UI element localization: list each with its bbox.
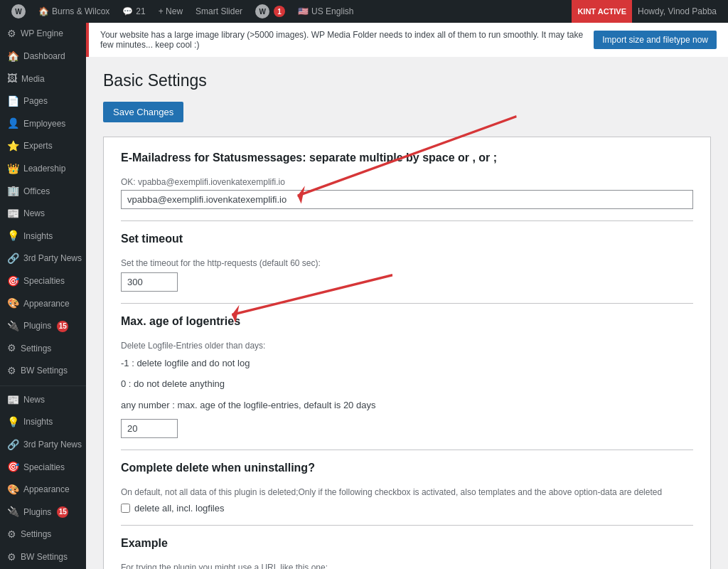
timeout-hint: Set the timeout for the http-requests (d… — [121, 258, 693, 268]
delete-checkbox-label: delete all, incl. logfiles — [134, 503, 224, 514]
divider-1 — [121, 220, 693, 221]
sidebar-item-plugins[interactable]: 🔌 Plugins 15 — [0, 315, 86, 338]
leadership-icon: 👑 — [7, 162, 19, 176]
plugins2-icon: 🔌 — [7, 505, 19, 519]
sidebar-item-settings2[interactable]: ⚙ Settings — [0, 523, 86, 546]
experts-icon: ⭐ — [7, 139, 19, 154]
sidebar-divider-1 — [0, 385, 86, 386]
notice-bar: Your website has a large image library (… — [86, 23, 728, 57]
wpe-icon: ⚙ — [7, 27, 16, 41]
sidebar-item-settings2-label: Settings — [21, 528, 51, 541]
appearance-icon: 🎨 — [7, 297, 19, 311]
smart-slider-item[interactable]: Smart Slider — [190, 0, 248, 23]
import-button[interactable]: Import size and filetype now — [594, 31, 717, 49]
sidebar-item-offices[interactable]: 🏢 Offices — [0, 180, 86, 203]
sidebar-item-wpe[interactable]: ⚙ WP Engine — [0, 23, 86, 46]
sidebar-item-dashboard[interactable]: 🏠 Dashboard — [0, 46, 86, 68]
wp-icon: W — [255, 4, 269, 18]
sidebar-item-insights2-label: Insights — [23, 416, 53, 428]
sidebar-item-news2[interactable]: 📰 News — [0, 389, 86, 412]
sidebar-item-plugins2-label: Plugins — [23, 506, 51, 519]
maxage-section: Max. age of logentries Delete Logfile-En… — [121, 315, 693, 438]
sidebar-item-media[interactable]: 🖼 Media — [0, 68, 86, 90]
sidebar-item-bwsettings2[interactable]: ⚙ BW Settings — [0, 546, 86, 569]
maxage-desc3: any number : max. age of the logfile-ent… — [121, 397, 693, 413]
maxage-input[interactable] — [121, 419, 178, 438]
maxage-hint: Delete Logfile-Entries older than days: — [121, 341, 693, 351]
specialties-icon: 🎯 — [7, 275, 19, 289]
sidebar-item-pages[interactable]: 📄 Pages — [0, 90, 86, 113]
sidebar-item-insights2[interactable]: 💡 Insights — [0, 411, 86, 434]
maxage-desc1: -1 : delete logfile and do not log — [121, 355, 693, 371]
delete-checkbox[interactable] — [121, 504, 130, 513]
sidebar-item-appearance[interactable]: 🎨 Appearance — [0, 292, 86, 315]
3rdparty2-icon: 🔗 — [7, 438, 19, 452]
sidebar-item-bwsettings2-label: BW Settings — [21, 551, 68, 563]
site-name-item[interactable]: 🏠 Burns & Wilcox — [33, 0, 115, 23]
media-icon: 🖼 — [7, 72, 17, 86]
example-section-title: Example — [121, 537, 693, 555]
admin-bar-right: KINT ACTIVE Howdy, Vinod Pabba — [572, 0, 722, 23]
sidebar-item-experts-label: Experts — [23, 140, 53, 152]
wp-icon-item[interactable]: W 1 — [250, 0, 291, 23]
comment-item[interactable]: 💬 21 — [117, 0, 151, 23]
delete-checkbox-row: delete all, incl. logfiles — [121, 503, 693, 514]
employees-icon: 👤 — [7, 117, 19, 131]
email-input[interactable] — [121, 190, 693, 209]
sidebar-item-leadership[interactable]: 👑 Leadership — [0, 158, 86, 181]
sidebar-item-bwsettings[interactable]: ⚙ BW Settings — [0, 360, 86, 383]
layout: ⚙ WP Engine 🏠 Dashboard 🖼 Media 📄 Pages … — [0, 23, 728, 569]
sidebar-item-news2-label: News — [23, 394, 45, 406]
appearance2-icon: 🎨 — [7, 483, 19, 497]
settings-icon: ⚙ — [7, 341, 16, 356]
sidebar-item-insights[interactable]: 💡 Insights — [0, 225, 86, 248]
notif-badge: 1 — [274, 6, 285, 17]
sidebar-item-3rdparty2-label: 3rd Party News — [23, 439, 82, 451]
flag-icon: 🇺🇸 — [298, 6, 309, 16]
sidebar-item-employees-label: Employees — [23, 118, 65, 130]
timeout-input[interactable] — [121, 272, 178, 292]
sidebar-item-plugins2[interactable]: 🔌 Plugins 15 — [0, 501, 86, 523]
sidebar-item-3rdpartynews-label: 3rd Party News — [23, 252, 82, 265]
plugins2-badge: 15 — [57, 506, 68, 518]
sidebar-item-pages-label: Pages — [23, 95, 48, 107]
sidebar-item-news[interactable]: 📰 News — [0, 203, 86, 225]
email-ok-hint: OK: vpabba@exemplifi.iovenkatexemplifi.i… — [121, 177, 693, 187]
site-name: Burns & Wilcox — [52, 6, 109, 16]
bwsettings2-icon: ⚙ — [7, 551, 16, 565]
sidebar-item-3rdparty2[interactable]: 🔗 3rd Party News — [0, 434, 86, 457]
dashboard-icon: 🏠 — [7, 50, 19, 64]
sidebar-item-settings[interactable]: ⚙ Settings — [0, 337, 86, 360]
sidebar-item-specialties-label: Specialties — [23, 275, 65, 287]
admin-bar-left: W 🏠 Burns & Wilcox 💬 21 + New Smart Slid… — [6, 0, 359, 23]
new-item[interactable]: + New — [153, 0, 188, 23]
sidebar-item-specialties2[interactable]: 🎯 Specialties — [0, 456, 86, 479]
new-label: + New — [159, 6, 183, 16]
delete-hint: On default, not all data of this plugin … — [121, 487, 693, 497]
sidebar-item-3rdpartynews[interactable]: 🔗 3rd Party News — [0, 248, 86, 270]
pages-icon: 📄 — [7, 95, 19, 109]
save-button-top[interactable]: Save Changes — [103, 102, 183, 122]
sidebar-item-bwsettings-label: BW Settings — [21, 365, 68, 377]
notice-text: Your website has a large image library (… — [100, 30, 585, 50]
sidebar-item-appearance2[interactable]: 🎨 Appearance — [0, 479, 86, 501]
howdy-item[interactable]: Howdy, Vinod Pabba — [632, 0, 722, 23]
sidebar-item-insights-label: Insights — [23, 230, 53, 243]
divider-2 — [121, 303, 693, 304]
example-hint: For trying the plugin you might use a UR… — [121, 563, 693, 569]
wp-logo-item[interactable]: W — [6, 0, 31, 23]
sidebar-item-appearance-label: Appearance — [23, 298, 70, 310]
sidebar-item-experts[interactable]: ⭐ Experts — [0, 135, 86, 158]
sidebar: ⚙ WP Engine 🏠 Dashboard 🖼 Media 📄 Pages … — [0, 23, 86, 569]
sidebar-item-offices-label: Offices — [23, 186, 50, 198]
language-item[interactable]: 🇺🇸 US English — [292, 0, 359, 23]
offices-icon: 🏢 — [7, 184, 19, 198]
form-card: E-Mailadress for Statusmessages: separat… — [103, 137, 711, 569]
sidebar-item-employees[interactable]: 👤 Employees — [0, 112, 86, 135]
sidebar-item-specialties[interactable]: 🎯 Specialties — [0, 270, 86, 293]
kint-badge[interactable]: KINT ACTIVE — [572, 0, 632, 23]
plugins-icon: 🔌 — [7, 319, 19, 334]
example-section: Example For trying the plugin you might … — [121, 537, 693, 569]
email-section: E-Mailadress for Statusmessages: separat… — [121, 151, 693, 209]
sidebar-item-media-label: Media — [21, 73, 45, 85]
